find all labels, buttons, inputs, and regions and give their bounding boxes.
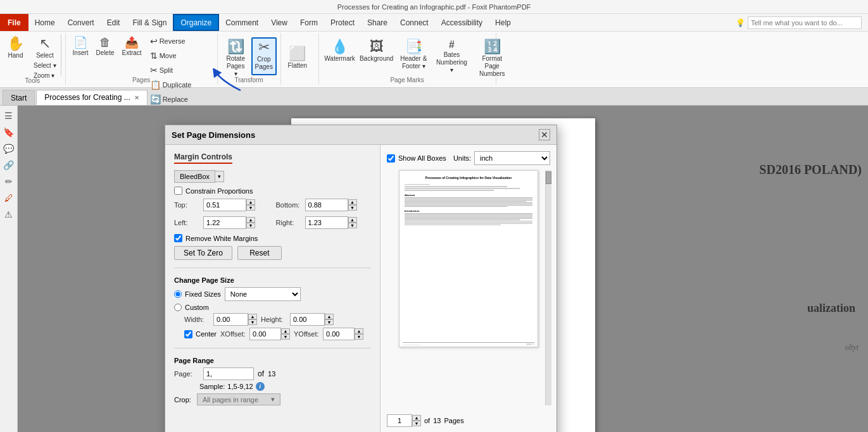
fixed-sizes-radio[interactable] [174, 290, 182, 298]
custom-radio-label[interactable]: Custom [174, 304, 371, 311]
y-offset-input[interactable] [323, 328, 355, 340]
y-offset-down-button[interactable]: ▼ [355, 334, 363, 340]
crop-pages-button[interactable]: ✂ CropPages [251, 37, 277, 75]
page-nav-down-button[interactable]: ▼ [412, 421, 421, 426]
format-page-numbers-button[interactable]: 🔢 Format PageNumbers [472, 37, 512, 75]
y-offset-up-button[interactable]: ▲ [355, 328, 363, 334]
menu-share[interactable]: Share [361, 14, 394, 31]
menu-protect[interactable]: Protect [324, 14, 361, 31]
fixed-sizes-dropdown[interactable]: None A4 Letter A3 [225, 287, 301, 301]
titlebar-text: Processes for Creating an Infographic.pd… [337, 3, 531, 11]
bottom-down-button[interactable]: ▼ [348, 205, 357, 211]
preview-intro-line-8 [405, 222, 532, 223]
menu-accessibility[interactable]: Accessibility [435, 14, 489, 31]
left-input-group: ▲ ▼ [203, 216, 255, 229]
menu-edit[interactable]: Edit [101, 14, 127, 31]
left-down-button[interactable]: ▼ [246, 223, 255, 228]
rotate-pages-button[interactable]: 🔃 RotatePages ▾ [222, 37, 250, 75]
sample-info-icon[interactable]: i [256, 382, 265, 391]
right-input[interactable] [305, 216, 348, 229]
tab-close-button[interactable]: ✕ [134, 94, 139, 101]
help-search-input[interactable] [748, 16, 862, 29]
height-input[interactable] [290, 313, 325, 326]
crop-dropdown[interactable]: All pages in range ▾ [197, 393, 280, 405]
constrain-proportions-label[interactable]: Constrain Proportions [174, 187, 371, 195]
units-dropdown[interactable]: inch cm mm pt [474, 151, 550, 165]
left-up-button[interactable]: ▲ [246, 217, 255, 223]
crop-row: Crop: All pages in range ▾ [174, 393, 371, 405]
bleedbox-arrow-button[interactable]: ▾ [215, 171, 224, 182]
flatten-button[interactable]: ⬜ Flatten [285, 44, 311, 82]
header-footer-button[interactable]: 📑 Header &Footer ▾ [396, 37, 431, 75]
height-down-button[interactable]: ▼ [325, 319, 334, 325]
fixed-sizes-radio-label[interactable]: Fixed Sizes [174, 290, 221, 298]
bottom-input[interactable] [305, 199, 348, 211]
x-offset-down-button[interactable]: ▼ [281, 334, 290, 340]
width-down-button[interactable]: ▼ [248, 319, 257, 325]
bleedbox-button[interactable]: BleedBox [174, 170, 215, 183]
insert-button[interactable]: 📄 Insert [70, 34, 92, 66]
hand-button[interactable]: ✋ Hand [4, 34, 27, 76]
select-submenu-item[interactable]: Select ▾ [32, 61, 58, 70]
right-down-button[interactable]: ▼ [348, 223, 357, 228]
menu-organize[interactable]: Organize [173, 14, 219, 31]
page-range-input[interactable] [203, 367, 254, 380]
menu-comment[interactable]: Comment [219, 14, 265, 31]
menu-help[interactable]: Help [489, 14, 517, 31]
height-up-button[interactable]: ▲ [325, 314, 334, 319]
menu-home[interactable]: Home [28, 14, 61, 31]
page-nav-input[interactable] [387, 414, 412, 427]
reset-button[interactable]: Reset [237, 246, 282, 260]
preview-abstract-line-7 [405, 205, 532, 206]
preview-abstract-line-1 [405, 197, 532, 198]
remove-white-margins-checkbox[interactable] [174, 234, 182, 242]
reverse-button[interactable]: ↩ Reverse [146, 34, 196, 48]
set-to-zero-button[interactable]: Set To Zero [174, 246, 232, 260]
pages-section-label: Pages [70, 75, 213, 83]
page-nav-spinner: ▲ ▼ [412, 415, 421, 426]
constrain-proportions-checkbox[interactable] [174, 187, 182, 195]
width-input[interactable] [213, 313, 248, 326]
left-input[interactable] [203, 216, 246, 229]
show-all-boxes-label[interactable]: Show All Boxes [387, 154, 446, 163]
page-nav-up-button[interactable]: ▲ [412, 415, 421, 421]
dialog-close-button[interactable]: ✕ [539, 129, 550, 140]
bottom-up-button[interactable]: ▲ [348, 199, 357, 205]
center-label[interactable]: Center [184, 330, 217, 338]
menu-convert[interactable]: Convert [61, 14, 101, 31]
center-checkbox[interactable] [184, 330, 192, 338]
menu-connect[interactable]: Connect [394, 14, 435, 31]
preview-scrollbar[interactable] [545, 170, 551, 405]
scroll-thumb[interactable] [546, 171, 551, 184]
center-row: Center XOffset: ▲ ▼ [184, 328, 371, 340]
menu-form[interactable]: Form [294, 14, 324, 31]
watermark-button[interactable]: 💧 Watermark [323, 37, 357, 75]
menu-fill-sign[interactable]: Fill & Sign [126, 14, 173, 31]
top-up-button[interactable]: ▲ [246, 199, 255, 205]
custom-radio[interactable] [174, 304, 182, 311]
menu-view[interactable]: View [265, 14, 294, 31]
transform-section-label: Transform [222, 75, 277, 83]
tab-processes[interactable]: Processes for Creating ... ✕ [36, 90, 147, 105]
tab-start[interactable]: Start [3, 90, 35, 105]
bates-numbering-button[interactable]: # BatesNumbering ▾ [432, 37, 471, 75]
page-nav-input-group: ▲ ▼ [387, 414, 421, 427]
remove-white-margins-label[interactable]: Remove White Margins [174, 234, 371, 242]
replace-button[interactable]: 🔄 Replace [146, 92, 196, 106]
x-offset-input[interactable] [249, 328, 281, 340]
move-button[interactable]: ⇅ Move [146, 49, 196, 63]
select-button[interactable]: ↖ Select Select ▾ Zoom ▾ [28, 34, 61, 76]
right-up-button[interactable]: ▲ [348, 217, 357, 223]
width-up-button[interactable]: ▲ [248, 314, 257, 319]
show-all-boxes-checkbox[interactable] [387, 154, 395, 163]
extract-button[interactable]: 📤 Extract [119, 34, 145, 66]
sample-row: Sample: 1,5-9,12 i [199, 382, 371, 391]
top-input[interactable] [203, 199, 246, 211]
delete-button[interactable]: 🗑 Delete [93, 34, 118, 66]
background-button[interactable]: 🖼 Background [358, 37, 394, 75]
margin-controls-label: Margin Controls [174, 152, 232, 164]
top-down-button[interactable]: ▼ [246, 205, 255, 211]
titlebar: Processes for Creating an Infographic.pd… [0, 0, 868, 14]
menu-file[interactable]: File [0, 14, 28, 31]
x-offset-up-button[interactable]: ▲ [281, 328, 290, 334]
